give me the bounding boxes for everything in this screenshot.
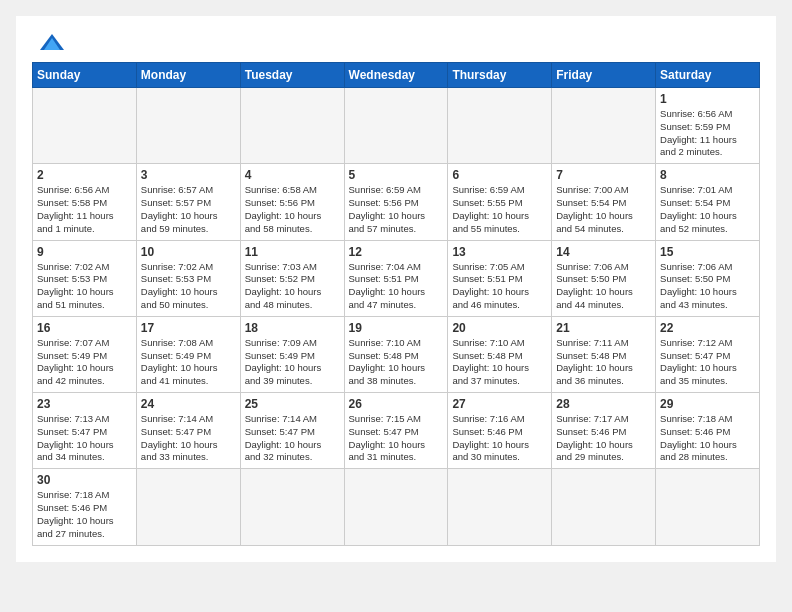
header	[32, 32, 760, 50]
logo	[32, 32, 66, 50]
calendar-cell: 30Sunrise: 7:18 AMSunset: 5:46 PMDayligh…	[33, 469, 137, 545]
calendar-cell: 1Sunrise: 6:56 AMSunset: 5:59 PMDaylight…	[656, 88, 760, 164]
calendar-cell	[136, 88, 240, 164]
day-info: Sunrise: 7:18 AMSunset: 5:46 PMDaylight:…	[660, 413, 755, 464]
day-number: 5	[349, 168, 444, 182]
calendar-cell	[33, 88, 137, 164]
day-number: 20	[452, 321, 547, 335]
day-number: 7	[556, 168, 651, 182]
day-info: Sunrise: 7:15 AMSunset: 5:47 PMDaylight:…	[349, 413, 444, 464]
day-info: Sunrise: 7:08 AMSunset: 5:49 PMDaylight:…	[141, 337, 236, 388]
day-number: 8	[660, 168, 755, 182]
day-number: 28	[556, 397, 651, 411]
calendar-row-4: 23Sunrise: 7:13 AMSunset: 5:47 PMDayligh…	[33, 393, 760, 469]
calendar-cell: 19Sunrise: 7:10 AMSunset: 5:48 PMDayligh…	[344, 316, 448, 392]
day-number: 26	[349, 397, 444, 411]
calendar-row-0: 1Sunrise: 6:56 AMSunset: 5:59 PMDaylight…	[33, 88, 760, 164]
day-info: Sunrise: 7:04 AMSunset: 5:51 PMDaylight:…	[349, 261, 444, 312]
weekday-header-sunday: Sunday	[33, 63, 137, 88]
day-info: Sunrise: 7:01 AMSunset: 5:54 PMDaylight:…	[660, 184, 755, 235]
calendar-cell: 20Sunrise: 7:10 AMSunset: 5:48 PMDayligh…	[448, 316, 552, 392]
day-number: 10	[141, 245, 236, 259]
calendar-page: SundayMondayTuesdayWednesdayThursdayFrid…	[16, 16, 776, 562]
calendar-cell	[656, 469, 760, 545]
day-number: 25	[245, 397, 340, 411]
day-info: Sunrise: 7:16 AMSunset: 5:46 PMDaylight:…	[452, 413, 547, 464]
calendar-cell: 6Sunrise: 6:59 AMSunset: 5:55 PMDaylight…	[448, 164, 552, 240]
weekday-header-tuesday: Tuesday	[240, 63, 344, 88]
day-info: Sunrise: 7:11 AMSunset: 5:48 PMDaylight:…	[556, 337, 651, 388]
calendar-row-3: 16Sunrise: 7:07 AMSunset: 5:49 PMDayligh…	[33, 316, 760, 392]
day-number: 17	[141, 321, 236, 335]
calendar-cell: 28Sunrise: 7:17 AMSunset: 5:46 PMDayligh…	[552, 393, 656, 469]
calendar-cell: 5Sunrise: 6:59 AMSunset: 5:56 PMDaylight…	[344, 164, 448, 240]
calendar-cell: 23Sunrise: 7:13 AMSunset: 5:47 PMDayligh…	[33, 393, 137, 469]
day-number: 9	[37, 245, 132, 259]
day-info: Sunrise: 7:05 AMSunset: 5:51 PMDaylight:…	[452, 261, 547, 312]
calendar-cell: 4Sunrise: 6:58 AMSunset: 5:56 PMDaylight…	[240, 164, 344, 240]
calendar-cell	[344, 88, 448, 164]
day-info: Sunrise: 7:06 AMSunset: 5:50 PMDaylight:…	[556, 261, 651, 312]
day-number: 3	[141, 168, 236, 182]
calendar-row-5: 30Sunrise: 7:18 AMSunset: 5:46 PMDayligh…	[33, 469, 760, 545]
calendar-cell: 27Sunrise: 7:16 AMSunset: 5:46 PMDayligh…	[448, 393, 552, 469]
day-info: Sunrise: 6:56 AMSunset: 5:59 PMDaylight:…	[660, 108, 755, 159]
calendar-cell: 7Sunrise: 7:00 AMSunset: 5:54 PMDaylight…	[552, 164, 656, 240]
calendar-cell: 25Sunrise: 7:14 AMSunset: 5:47 PMDayligh…	[240, 393, 344, 469]
day-info: Sunrise: 7:09 AMSunset: 5:49 PMDaylight:…	[245, 337, 340, 388]
day-number: 16	[37, 321, 132, 335]
day-number: 1	[660, 92, 755, 106]
weekday-header-monday: Monday	[136, 63, 240, 88]
calendar-cell: 10Sunrise: 7:02 AMSunset: 5:53 PMDayligh…	[136, 240, 240, 316]
calendar-cell: 18Sunrise: 7:09 AMSunset: 5:49 PMDayligh…	[240, 316, 344, 392]
calendar-cell: 15Sunrise: 7:06 AMSunset: 5:50 PMDayligh…	[656, 240, 760, 316]
day-info: Sunrise: 7:17 AMSunset: 5:46 PMDaylight:…	[556, 413, 651, 464]
calendar-row-2: 9Sunrise: 7:02 AMSunset: 5:53 PMDaylight…	[33, 240, 760, 316]
calendar-cell	[240, 88, 344, 164]
day-info: Sunrise: 7:02 AMSunset: 5:53 PMDaylight:…	[37, 261, 132, 312]
day-info: Sunrise: 6:57 AMSunset: 5:57 PMDaylight:…	[141, 184, 236, 235]
calendar-cell	[552, 469, 656, 545]
day-number: 4	[245, 168, 340, 182]
day-number: 13	[452, 245, 547, 259]
day-number: 18	[245, 321, 340, 335]
calendar-cell: 17Sunrise: 7:08 AMSunset: 5:49 PMDayligh…	[136, 316, 240, 392]
day-info: Sunrise: 6:59 AMSunset: 5:56 PMDaylight:…	[349, 184, 444, 235]
calendar-cell: 16Sunrise: 7:07 AMSunset: 5:49 PMDayligh…	[33, 316, 137, 392]
day-info: Sunrise: 7:14 AMSunset: 5:47 PMDaylight:…	[245, 413, 340, 464]
weekday-header-friday: Friday	[552, 63, 656, 88]
calendar-cell	[240, 469, 344, 545]
day-number: 19	[349, 321, 444, 335]
calendar-cell: 14Sunrise: 7:06 AMSunset: 5:50 PMDayligh…	[552, 240, 656, 316]
calendar-cell	[344, 469, 448, 545]
day-info: Sunrise: 7:06 AMSunset: 5:50 PMDaylight:…	[660, 261, 755, 312]
day-info: Sunrise: 7:13 AMSunset: 5:47 PMDaylight:…	[37, 413, 132, 464]
day-number: 30	[37, 473, 132, 487]
calendar-cell	[552, 88, 656, 164]
calendar-row-1: 2Sunrise: 6:56 AMSunset: 5:58 PMDaylight…	[33, 164, 760, 240]
day-info: Sunrise: 6:58 AMSunset: 5:56 PMDaylight:…	[245, 184, 340, 235]
calendar-cell: 8Sunrise: 7:01 AMSunset: 5:54 PMDaylight…	[656, 164, 760, 240]
calendar-cell	[448, 88, 552, 164]
calendar-cell: 11Sunrise: 7:03 AMSunset: 5:52 PMDayligh…	[240, 240, 344, 316]
day-info: Sunrise: 7:12 AMSunset: 5:47 PMDaylight:…	[660, 337, 755, 388]
day-info: Sunrise: 7:10 AMSunset: 5:48 PMDaylight:…	[349, 337, 444, 388]
calendar-cell: 9Sunrise: 7:02 AMSunset: 5:53 PMDaylight…	[33, 240, 137, 316]
day-number: 22	[660, 321, 755, 335]
day-number: 6	[452, 168, 547, 182]
day-number: 14	[556, 245, 651, 259]
day-number: 23	[37, 397, 132, 411]
day-number: 21	[556, 321, 651, 335]
calendar-cell: 12Sunrise: 7:04 AMSunset: 5:51 PMDayligh…	[344, 240, 448, 316]
calendar-table: SundayMondayTuesdayWednesdayThursdayFrid…	[32, 62, 760, 546]
day-info: Sunrise: 7:10 AMSunset: 5:48 PMDaylight:…	[452, 337, 547, 388]
day-info: Sunrise: 7:18 AMSunset: 5:46 PMDaylight:…	[37, 489, 132, 540]
calendar-cell: 13Sunrise: 7:05 AMSunset: 5:51 PMDayligh…	[448, 240, 552, 316]
calendar-cell: 24Sunrise: 7:14 AMSunset: 5:47 PMDayligh…	[136, 393, 240, 469]
calendar-cell: 22Sunrise: 7:12 AMSunset: 5:47 PMDayligh…	[656, 316, 760, 392]
calendar-cell: 29Sunrise: 7:18 AMSunset: 5:46 PMDayligh…	[656, 393, 760, 469]
day-info: Sunrise: 7:07 AMSunset: 5:49 PMDaylight:…	[37, 337, 132, 388]
weekday-header-wednesday: Wednesday	[344, 63, 448, 88]
calendar-cell	[136, 469, 240, 545]
calendar-cell: 2Sunrise: 6:56 AMSunset: 5:58 PMDaylight…	[33, 164, 137, 240]
